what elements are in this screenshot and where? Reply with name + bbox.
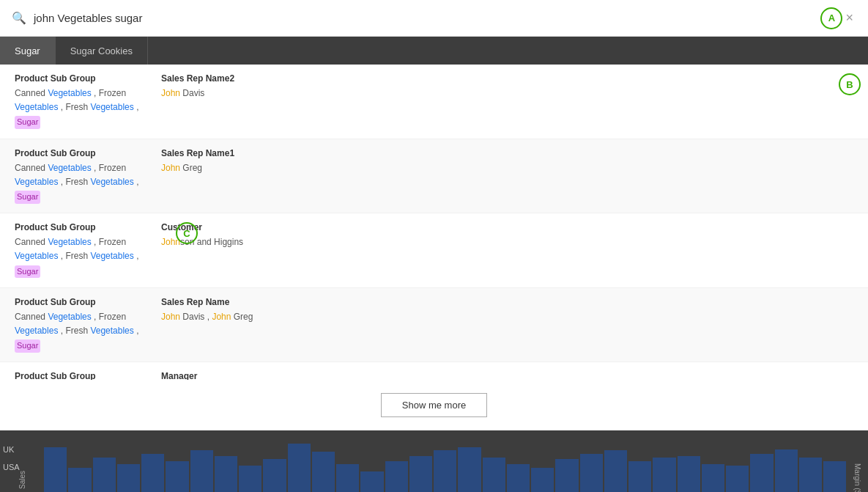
right-label-5: Manager <box>161 371 853 380</box>
bar <box>239 466 261 492</box>
search-bar: 🔍 john Vegetables sugar A × <box>0 0 868 37</box>
search-icon: 🔍 <box>12 11 26 25</box>
y-left-label: Sales <box>18 471 26 489</box>
search-query[interactable]: john Vegetables sugar <box>34 12 813 24</box>
bar <box>68 468 91 492</box>
bar <box>93 458 116 492</box>
tab-sugar-cookies[interactable]: Sugar Cookies <box>56 37 148 65</box>
bar <box>531 468 554 492</box>
right-label-3: Customer <box>161 222 853 232</box>
veg-highlight: Vegetables <box>48 88 91 98</box>
right-values-2: John Greg <box>161 161 853 175</box>
bar <box>750 454 773 492</box>
bar <box>555 459 578 492</box>
field-values-1: Canned Vegetables , Frozen Vegetables , … <box>15 87 161 130</box>
bars-container <box>44 430 846 492</box>
close-icon[interactable]: × <box>842 10 856 26</box>
chart-bars-section: 2012-Jan2012-Feb2012-Mar2012-Apr2012-May… <box>44 430 846 492</box>
badge-b: B <box>839 73 861 95</box>
bar <box>44 447 67 492</box>
bar <box>823 461 846 492</box>
veg-highlight: Vegetables <box>90 177 133 187</box>
bar <box>215 456 237 492</box>
bar <box>263 459 286 492</box>
right-values-4: John Davis , John Greg <box>161 310 853 324</box>
table-row: Product Sub Group Canned Vegetables , Fr… <box>0 139 868 214</box>
bar <box>434 450 456 492</box>
bar <box>117 464 140 492</box>
field-values-2: Canned Vegetables , Frozen Vegetables , … <box>15 161 161 205</box>
table-row: Product Sub Group Canned Vegetables , Fr… <box>0 65 868 139</box>
badge-c: C <box>176 222 198 244</box>
veg-highlight: Vegetables <box>90 251 133 261</box>
right-label-4: Sales Rep Name <box>161 297 853 307</box>
bar <box>507 464 530 492</box>
bar <box>166 461 188 492</box>
sugar-highlight: Sugar <box>15 265 40 279</box>
bar <box>385 461 408 492</box>
tab-sugar[interactable]: Sugar <box>0 37 56 65</box>
bar <box>628 461 651 492</box>
veg-highlight: Vegetables <box>48 163 91 173</box>
bar <box>458 447 481 492</box>
veg-highlight: Vegetables <box>48 312 91 322</box>
bar <box>190 450 213 492</box>
field-label-4: Product Sub Group <box>15 297 161 307</box>
result-right-4: Sales Rep Name John Davis , John Greg <box>161 297 853 324</box>
right-values-3: Johnson and Higgins <box>161 235 853 249</box>
bar <box>336 464 359 492</box>
table-row: Product Sub Group Canned Vegetables , Fr… <box>0 288 868 363</box>
result-right-3: Customer Johnson and Higgins <box>161 222 853 249</box>
veg-highlight: Vegetables <box>15 251 58 261</box>
y-right-label: Margin ($) <box>853 463 861 492</box>
result-right-5: Manager John Davis , John Greg <box>161 371 853 380</box>
field-label-2: Product Sub Group <box>15 148 161 158</box>
bar <box>702 464 724 492</box>
bar <box>775 449 798 492</box>
result-right-1: Sales Rep Name2 John Davis B <box>161 73 853 100</box>
result-left-4: Product Sub Group Canned Vegetables , Fr… <box>15 297 161 353</box>
bar <box>653 458 675 492</box>
bar <box>799 458 822 492</box>
bar <box>409 456 432 492</box>
bar <box>288 444 311 492</box>
john-highlight: John <box>161 88 180 98</box>
john-highlight: John <box>161 312 180 322</box>
show-more-section: Show me more <box>0 380 868 430</box>
right-label-2: Sales Rep Name1 <box>161 148 853 158</box>
field-values-4: Canned Vegetables , Frozen Vegetables , … <box>15 310 161 353</box>
sugar-highlight: Sugar <box>15 191 40 204</box>
table-row: Product Sub Group Canned Vegetables , Fr… <box>0 362 868 380</box>
bar <box>483 458 505 492</box>
show-more-button[interactable]: Show me more <box>381 393 487 417</box>
field-label-5: Product Sub Group <box>15 371 161 380</box>
table-row: Product Sub Group Canned Vegetables , Fr… <box>0 213 868 288</box>
bar <box>604 450 627 492</box>
veg-highlight: Vegetables <box>15 177 58 187</box>
bar <box>141 454 164 492</box>
chart-area: UK USA Sales 2012-Jan2012-Feb2012-Mar201… <box>0 430 868 492</box>
result-left-2: Product Sub Group Canned Vegetables , Fr… <box>15 148 161 205</box>
sugar-highlight: Sugar <box>15 339 40 353</box>
bar <box>312 452 335 492</box>
result-right-2: Sales Rep Name1 John Greg <box>161 148 853 175</box>
bar <box>360 471 383 492</box>
right-label-1: Sales Rep Name2 <box>161 73 853 84</box>
bar <box>678 456 700 492</box>
results-area: Product Sub Group Canned Vegetables , Fr… <box>0 65 868 380</box>
veg-highlight: Vegetables <box>15 326 58 336</box>
result-left-5: Product Sub Group Canned Vegetables , Fr… <box>15 371 161 380</box>
field-label-1: Product Sub Group <box>15 73 161 84</box>
result-left-3: Product Sub Group Canned Vegetables , Fr… <box>15 222 161 279</box>
veg-highlight: Vegetables <box>15 102 58 112</box>
right-values-1: John Davis <box>161 87 853 100</box>
badge-a: A <box>820 7 842 29</box>
field-label-3: Product Sub Group <box>15 222 161 232</box>
field-values-3: Canned Vegetables , Frozen Vegetables , … <box>15 235 161 279</box>
result-left-1: Product Sub Group Canned Vegetables , Fr… <box>15 73 161 130</box>
bar <box>726 466 749 492</box>
tab-bar: Sugar Sugar Cookies <box>0 37 868 65</box>
john-highlight: John <box>212 312 231 322</box>
veg-highlight: Vegetables <box>90 102 133 112</box>
bar <box>580 454 603 492</box>
